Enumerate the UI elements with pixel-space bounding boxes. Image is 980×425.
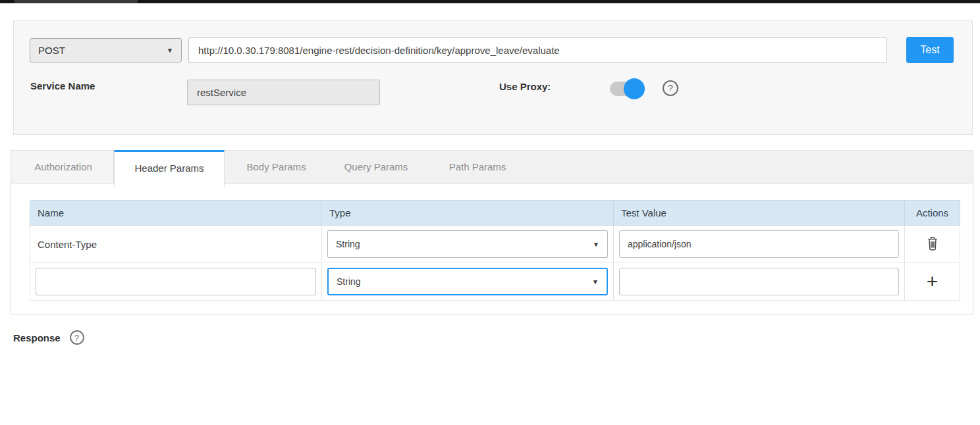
new-param-name-input[interactable]	[36, 268, 316, 295]
browser-tab-remnant	[14, 0, 138, 3]
service-name-label: Service Name	[30, 80, 95, 91]
params-tabs-bar: Authorization Header Params Body Params …	[11, 150, 973, 184]
chevron-down-icon: ▼	[592, 278, 599, 286]
tab-query-params[interactable]: Query Params	[327, 151, 425, 184]
toggle-knob	[624, 78, 645, 99]
add-row-button[interactable]: +	[921, 270, 944, 293]
use-proxy-label: Use Proxy:	[499, 81, 551, 92]
column-header-type: Type	[322, 201, 614, 226]
http-method-value: POST	[38, 45, 65, 56]
table-header-row: Name Type Test Value Actions	[30, 201, 960, 226]
test-button[interactable]: Test	[906, 37, 954, 63]
param-type-value: String	[337, 276, 361, 287]
response-section: Response ?	[13, 330, 84, 345]
request-url-input[interactable]	[188, 38, 886, 63]
chevron-down-icon: ▼	[167, 47, 173, 54]
tab-header-params[interactable]: Header Params	[114, 150, 225, 187]
plus-icon: +	[927, 272, 939, 291]
table-row: Content-Type String ▼	[30, 226, 960, 263]
param-type-select[interactable]: String ▼	[327, 230, 608, 258]
tab-body-params[interactable]: Body Params	[229, 151, 323, 184]
param-test-value-input[interactable]	[619, 230, 899, 258]
tab-path-params[interactable]: Path Params	[431, 151, 524, 184]
delete-row-button[interactable]	[921, 232, 944, 256]
trash-icon	[926, 236, 939, 253]
request-config-panel: POST ▼ Test Service Name Use Proxy: ?	[13, 20, 973, 135]
column-header-name: Name	[30, 201, 322, 226]
http-method-select[interactable]: POST ▼	[30, 38, 182, 63]
browser-top-strip	[0, 0, 980, 3]
new-param-type-select[interactable]: String ▼	[327, 268, 608, 295]
column-header-actions: Actions	[905, 201, 960, 226]
response-help-icon[interactable]: ?	[70, 330, 84, 345]
param-name-text: Content-Type	[36, 239, 316, 250]
tab-authorization[interactable]: Authorization	[13, 151, 114, 184]
use-proxy-toggle[interactable]	[610, 82, 643, 96]
use-proxy-help-icon[interactable]: ?	[663, 80, 678, 96]
service-name-input[interactable]	[187, 80, 380, 105]
chevron-down-icon: ▼	[593, 241, 599, 248]
column-header-test-value: Test Value	[614, 201, 905, 226]
header-params-panel: Name Type Test Value Actions Content-Typ…	[11, 184, 973, 314]
new-param-test-value-input[interactable]	[619, 268, 899, 295]
table-row: String ▼ +	[30, 263, 960, 301]
response-label: Response	[13, 332, 61, 343]
param-type-value: String	[336, 239, 360, 249]
header-params-table: Name Type Test Value Actions Content-Typ…	[30, 200, 960, 301]
rest-service-config-screen: POST ▼ Test Service Name Use Proxy: ? Au…	[0, 0, 980, 425]
